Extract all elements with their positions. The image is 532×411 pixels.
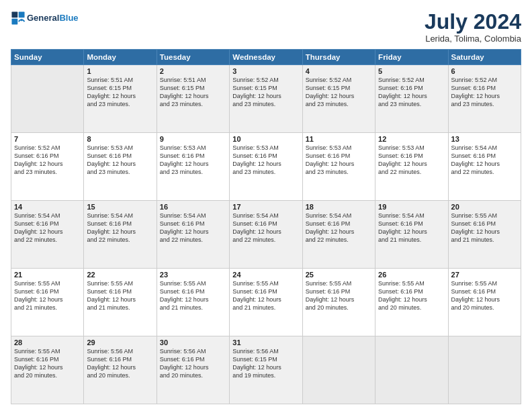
day-info: Sunrise: 5:52 AMSunset: 6:15 PMDaylight:… <box>232 76 299 109</box>
calendar-day-cell: 2Sunrise: 5:51 AMSunset: 6:15 PMDaylight… <box>157 65 229 133</box>
day-info: Sunrise: 5:55 AMSunset: 6:16 PMDaylight:… <box>87 279 153 312</box>
calendar-day-cell: 7Sunrise: 5:52 AMSunset: 6:16 PMDaylight… <box>11 133 84 201</box>
calendar-day-cell: 23Sunrise: 5:55 AMSunset: 6:16 PMDayligh… <box>157 269 229 336</box>
weekday-header-saturday: Saturday <box>448 50 521 65</box>
calendar-table: SundayMondayTuesdayWednesdayThursdayFrid… <box>11 49 521 404</box>
day-number: 5 <box>378 67 445 75</box>
calendar-day-cell: 25Sunrise: 5:55 AMSunset: 6:16 PMDayligh… <box>302 269 375 336</box>
day-number: 14 <box>14 203 81 211</box>
calendar-week-row: 28Sunrise: 5:55 AMSunset: 6:16 PMDayligh… <box>11 336 521 404</box>
day-info: Sunrise: 5:53 AMSunset: 6:16 PMDaylight:… <box>378 144 445 177</box>
day-number: 18 <box>306 203 372 211</box>
day-info: Sunrise: 5:55 AMSunset: 6:16 PMDaylight:… <box>14 279 81 312</box>
day-number: 22 <box>87 271 153 279</box>
day-info: Sunrise: 5:56 AMSunset: 6:15 PMDaylight:… <box>232 347 299 380</box>
svg-rect-1 <box>19 11 25 17</box>
day-info: Sunrise: 5:52 AMSunset: 6:16 PMDaylight:… <box>14 144 81 177</box>
day-number: 21 <box>14 271 81 279</box>
day-info: Sunrise: 5:52 AMSunset: 6:16 PMDaylight:… <box>451 76 518 109</box>
day-info: Sunrise: 5:51 AMSunset: 6:15 PMDaylight:… <box>87 76 153 109</box>
logo-text: GeneralBlue <box>27 13 79 23</box>
calendar-day-cell <box>11 65 84 133</box>
calendar-day-cell: 15Sunrise: 5:54 AMSunset: 6:16 PMDayligh… <box>84 201 157 269</box>
calendar-day-cell: 12Sunrise: 5:53 AMSunset: 6:16 PMDayligh… <box>375 133 448 201</box>
weekday-header-wednesday: Wednesday <box>230 50 302 65</box>
calendar-day-cell: 22Sunrise: 5:55 AMSunset: 6:16 PMDayligh… <box>84 269 157 336</box>
day-info: Sunrise: 5:52 AMSunset: 6:16 PMDaylight:… <box>378 76 445 109</box>
calendar-day-cell: 9Sunrise: 5:53 AMSunset: 6:16 PMDaylight… <box>157 133 229 201</box>
day-number: 11 <box>306 135 372 143</box>
day-number: 3 <box>232 67 299 75</box>
day-info: Sunrise: 5:52 AMSunset: 6:15 PMDaylight:… <box>306 76 372 109</box>
day-info: Sunrise: 5:53 AMSunset: 6:16 PMDaylight:… <box>306 144 372 177</box>
day-number: 20 <box>451 203 518 211</box>
location-text: Lerida, Tolima, Colombia <box>425 34 521 44</box>
calendar-day-cell: 5Sunrise: 5:52 AMSunset: 6:16 PMDaylight… <box>375 65 448 133</box>
day-number: 23 <box>160 271 226 279</box>
day-number: 7 <box>14 135 81 143</box>
day-info: Sunrise: 5:53 AMSunset: 6:16 PMDaylight:… <box>160 144 226 177</box>
weekday-header-row: SundayMondayTuesdayWednesdayThursdayFrid… <box>11 50 521 65</box>
day-info: Sunrise: 5:51 AMSunset: 6:15 PMDaylight:… <box>160 76 226 109</box>
calendar-day-cell: 31Sunrise: 5:56 AMSunset: 6:15 PMDayligh… <box>230 336 302 404</box>
weekday-header-tuesday: Tuesday <box>157 50 229 65</box>
day-info: Sunrise: 5:55 AMSunset: 6:16 PMDaylight:… <box>451 279 518 312</box>
day-number: 29 <box>87 338 153 347</box>
day-info: Sunrise: 5:54 AMSunset: 6:16 PMDaylight:… <box>451 144 518 177</box>
calendar-day-cell: 26Sunrise: 5:55 AMSunset: 6:16 PMDayligh… <box>375 269 448 336</box>
day-number: 27 <box>451 271 518 279</box>
title-area: July 2024 Lerida, Tolima, Colombia <box>425 11 521 44</box>
day-info: Sunrise: 5:56 AMSunset: 6:16 PMDaylight:… <box>160 347 226 380</box>
day-number: 28 <box>14 338 81 347</box>
day-number: 25 <box>306 271 372 279</box>
day-info: Sunrise: 5:54 AMSunset: 6:16 PMDaylight:… <box>232 212 299 244</box>
weekday-header-sunday: Sunday <box>11 50 84 65</box>
logo: GeneralBlue <box>11 11 79 26</box>
day-info: Sunrise: 5:53 AMSunset: 6:16 PMDaylight:… <box>87 144 153 177</box>
calendar-day-cell: 16Sunrise: 5:54 AMSunset: 6:16 PMDayligh… <box>157 201 229 269</box>
day-info: Sunrise: 5:55 AMSunset: 6:16 PMDaylight:… <box>160 279 226 312</box>
calendar-day-cell: 4Sunrise: 5:52 AMSunset: 6:15 PMDaylight… <box>302 65 375 133</box>
day-info: Sunrise: 5:54 AMSunset: 6:16 PMDaylight:… <box>378 212 445 244</box>
calendar-day-cell: 28Sunrise: 5:55 AMSunset: 6:16 PMDayligh… <box>11 336 84 404</box>
calendar-day-cell: 1Sunrise: 5:51 AMSunset: 6:15 PMDaylight… <box>84 65 157 133</box>
calendar-day-cell: 29Sunrise: 5:56 AMSunset: 6:16 PMDayligh… <box>84 336 157 404</box>
calendar-day-cell <box>448 336 521 404</box>
calendar-day-cell: 13Sunrise: 5:54 AMSunset: 6:16 PMDayligh… <box>448 133 521 201</box>
calendar-day-cell: 24Sunrise: 5:55 AMSunset: 6:16 PMDayligh… <box>230 269 302 336</box>
day-info: Sunrise: 5:55 AMSunset: 6:16 PMDaylight:… <box>378 279 445 312</box>
calendar-day-cell: 3Sunrise: 5:52 AMSunset: 6:15 PMDaylight… <box>230 65 302 133</box>
day-number: 13 <box>451 135 518 143</box>
calendar-day-cell <box>302 336 375 404</box>
day-number: 10 <box>232 135 299 143</box>
calendar-day-cell: 10Sunrise: 5:53 AMSunset: 6:16 PMDayligh… <box>230 133 302 201</box>
day-number: 26 <box>378 271 445 279</box>
day-number: 19 <box>378 203 445 211</box>
calendar-day-cell: 30Sunrise: 5:56 AMSunset: 6:16 PMDayligh… <box>157 336 229 404</box>
calendar-day-cell: 21Sunrise: 5:55 AMSunset: 6:16 PMDayligh… <box>11 269 84 336</box>
calendar-day-cell: 14Sunrise: 5:54 AMSunset: 6:16 PMDayligh… <box>11 201 84 269</box>
calendar-day-cell: 8Sunrise: 5:53 AMSunset: 6:16 PMDaylight… <box>84 133 157 201</box>
calendar-week-row: 14Sunrise: 5:54 AMSunset: 6:16 PMDayligh… <box>11 201 521 269</box>
day-info: Sunrise: 5:53 AMSunset: 6:16 PMDaylight:… <box>232 144 299 177</box>
day-info: Sunrise: 5:55 AMSunset: 6:16 PMDaylight:… <box>306 279 372 312</box>
day-number: 24 <box>232 271 299 279</box>
calendar-week-row: 1Sunrise: 5:51 AMSunset: 6:15 PMDaylight… <box>11 65 521 133</box>
calendar-day-cell: 20Sunrise: 5:55 AMSunset: 6:16 PMDayligh… <box>448 201 521 269</box>
day-info: Sunrise: 5:54 AMSunset: 6:16 PMDaylight:… <box>160 212 226 244</box>
day-number: 9 <box>160 135 226 143</box>
day-number: 1 <box>87 67 153 75</box>
calendar-day-cell: 11Sunrise: 5:53 AMSunset: 6:16 PMDayligh… <box>302 133 375 201</box>
day-info: Sunrise: 5:54 AMSunset: 6:16 PMDaylight:… <box>87 212 153 244</box>
calendar-day-cell: 18Sunrise: 5:54 AMSunset: 6:16 PMDayligh… <box>302 201 375 269</box>
header: GeneralBlue July 2024 Lerida, Tolima, Co… <box>11 11 521 44</box>
calendar-day-cell <box>375 336 448 404</box>
day-number: 4 <box>306 67 372 75</box>
page: GeneralBlue July 2024 Lerida, Tolima, Co… <box>0 0 532 411</box>
day-info: Sunrise: 5:55 AMSunset: 6:16 PMDaylight:… <box>232 279 299 312</box>
calendar-day-cell: 19Sunrise: 5:54 AMSunset: 6:16 PMDayligh… <box>375 201 448 269</box>
svg-point-3 <box>21 19 23 21</box>
day-number: 15 <box>87 203 153 211</box>
calendar-day-cell: 6Sunrise: 5:52 AMSunset: 6:16 PMDaylight… <box>448 65 521 133</box>
svg-rect-0 <box>11 11 17 17</box>
